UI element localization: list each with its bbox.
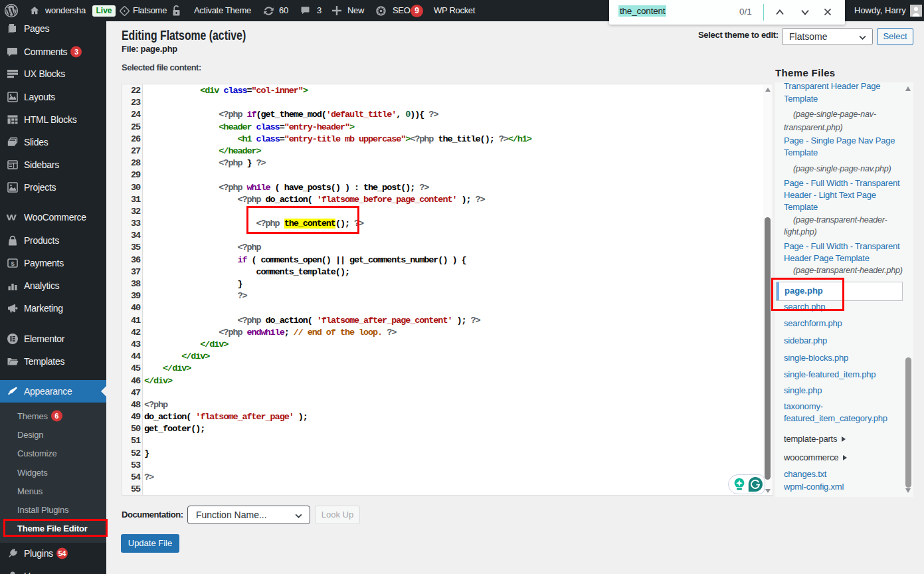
svg-text:$: $	[11, 260, 15, 267]
